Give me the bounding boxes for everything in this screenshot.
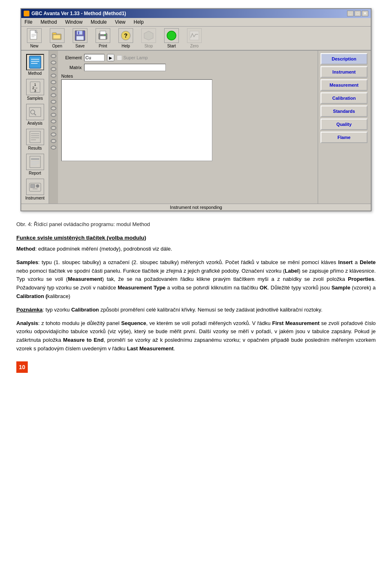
svg-rect-41: [31, 164, 37, 165]
save-button[interactable]: Save: [69, 28, 91, 48]
toolbar: New Open: [21, 27, 371, 51]
svg-rect-38: [31, 158, 39, 160]
sidebar-item-results[interactable]: Results: [23, 128, 47, 151]
element-picker-button[interactable]: ▶: [107, 54, 114, 61]
window-title: GBC Avanta Ver 1.33 - Method (Method1): [31, 11, 126, 16]
ring-3: [51, 67, 56, 71]
superlamp-check-group: Super Lamp: [117, 55, 148, 61]
report-icon: [26, 154, 44, 170]
ring-2: [51, 61, 56, 65]
menu-module[interactable]: Module: [89, 19, 108, 25]
section1-title: Funkce svisle umístěných tlačítek (volba…: [16, 235, 376, 241]
help-button[interactable]: ? Help: [115, 28, 136, 48]
maximize-button[interactable]: □: [354, 11, 361, 16]
element-input[interactable]: [84, 54, 105, 61]
sidebar-results-label: Results: [28, 146, 42, 150]
stop-icon: [141, 28, 156, 43]
svg-rect-10: [76, 36, 84, 40]
svg-rect-29: [29, 108, 41, 117]
sidebar-item-report[interactable]: Report: [23, 153, 47, 176]
matrix-label: Matrix: [61, 65, 82, 70]
description-button[interactable]: Description: [321, 53, 368, 65]
svg-rect-13: [100, 31, 106, 34]
method-icon: [26, 54, 44, 70]
flame-button[interactable]: Flame: [321, 132, 368, 143]
application-window: GBC Avanta Ver 1.33 - Method (Method1) _…: [20, 8, 372, 211]
start-button[interactable]: Start: [161, 28, 182, 48]
print-icon: [96, 28, 110, 43]
method-description: Method: editace podmínek měření (metody)…: [16, 245, 376, 253]
open-icon: [50, 28, 65, 43]
standards-button[interactable]: Standards: [321, 105, 368, 117]
sidebar-report-label: Report: [29, 171, 41, 175]
sidebar-item-samples[interactable]: 1 2→ 3 Samples: [23, 78, 47, 101]
notes-textarea[interactable]: [61, 79, 212, 161]
help-icon: ?: [118, 28, 133, 43]
svg-rect-6: [52, 33, 56, 35]
status-text: Instrument not responding: [170, 205, 222, 210]
ring-9: [51, 106, 56, 110]
svg-rect-40: [31, 163, 39, 164]
menu-help[interactable]: Help: [132, 19, 145, 25]
svg-text:3: 3: [34, 89, 36, 93]
window-controls[interactable]: _ □ ✕: [347, 11, 368, 16]
sidebar-item-method[interactable]: Method: [23, 53, 47, 76]
print-button[interactable]: Print: [92, 28, 114, 48]
ring-5: [51, 80, 56, 84]
ring-1: [51, 54, 56, 58]
menu-window[interactable]: Window: [63, 19, 84, 25]
sidebar-analysis-label: Analysis: [27, 121, 42, 126]
svg-point-44: [36, 184, 39, 188]
menubar: File Method Window Module View Help: [21, 18, 371, 27]
titlebar: GBC Avanta Ver 1.33 - Method (Method1) _…: [21, 9, 371, 18]
analysis-icon: [26, 104, 44, 120]
minimize-button[interactable]: _: [347, 11, 354, 16]
form-area: Element ▶ Super Lamp Matrix: [58, 51, 318, 204]
svg-rect-32: [30, 131, 40, 143]
note-calibration: Poznámka: typ vzorku Calibration způsobí…: [16, 306, 376, 314]
menu-view[interactable]: View: [113, 19, 127, 25]
sidebar-item-analysis[interactable]: Analysis: [23, 103, 47, 126]
page-footer: 10: [16, 361, 376, 373]
new-button[interactable]: New: [24, 28, 45, 48]
start-icon: [164, 28, 179, 43]
right-panel: Description Instrument Measurement Calib…: [318, 51, 371, 204]
superlamp-checkbox[interactable]: [117, 55, 122, 61]
svg-rect-7: [53, 35, 60, 39]
sidebar-instrument-label: Instrument: [25, 196, 45, 200]
measurement-button[interactable]: Measurement: [321, 79, 368, 91]
ring-6: [51, 87, 56, 91]
sidebar-samples-label: Samples: [27, 96, 43, 101]
svg-rect-39: [31, 161, 39, 162]
stop-button[interactable]: Stop: [138, 28, 159, 48]
calibration-button[interactable]: Calibration: [321, 92, 368, 104]
sidebar-item-instrument[interactable]: Instrument: [23, 178, 47, 201]
quality-button[interactable]: Quality: [321, 119, 368, 130]
document-content: Obr. 4: Řídící panel ovládacího programu…: [12, 221, 380, 373]
instrument-icon: [26, 179, 44, 195]
svg-text:?: ?: [124, 32, 128, 39]
element-label: Element: [61, 55, 82, 60]
svg-rect-9: [77, 31, 82, 35]
ring-10: [51, 113, 56, 117]
zero-button[interactable]: Zero: [184, 28, 205, 48]
menu-method[interactable]: Method: [39, 19, 58, 25]
ring-15: [51, 146, 56, 150]
analysis-description: Analysis: z tohoto modulu je důležitý pa…: [16, 319, 376, 353]
results-icon: [26, 129, 44, 145]
ring-4: [51, 74, 56, 78]
ring-13: [51, 132, 56, 137]
close-button[interactable]: ✕: [362, 11, 368, 16]
open-button[interactable]: Open: [47, 28, 68, 48]
instrument-button[interactable]: Instrument: [321, 66, 368, 78]
samples-icon: 1 2→ 3: [26, 79, 44, 95]
menu-file[interactable]: File: [23, 19, 34, 25]
new-icon: [27, 28, 42, 43]
notes-label: Notes: [61, 74, 314, 78]
svg-marker-18: [144, 31, 153, 40]
notes-area: Notes: [61, 74, 314, 162]
matrix-input[interactable]: [84, 64, 166, 71]
svg-rect-43: [31, 184, 35, 188]
ring-11: [51, 119, 56, 123]
ring-12: [51, 126, 56, 130]
